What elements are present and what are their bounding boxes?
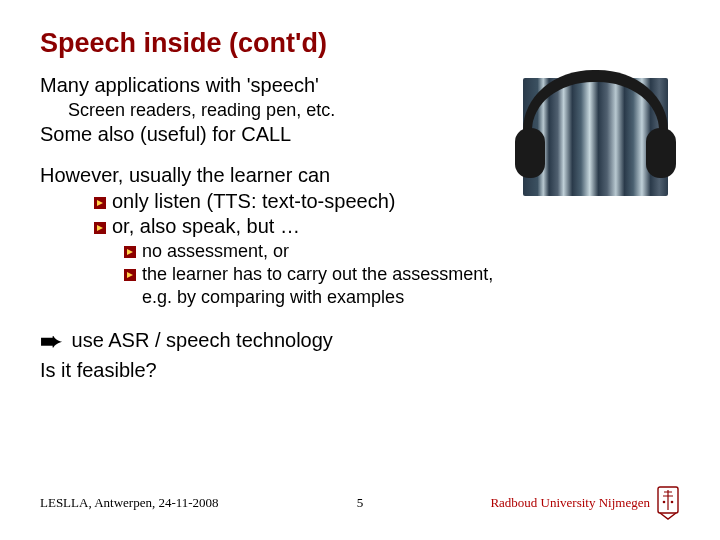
university-logo-icon (656, 486, 680, 520)
arrow-icon (94, 197, 106, 209)
footer-left: LESLLA, Antwerpen, 24-11-2008 (40, 495, 219, 511)
svg-point-5 (663, 501, 666, 504)
headphone-ear-right (646, 128, 676, 178)
arrow-icon (94, 222, 106, 234)
bullet-level1: or, also speak, but … (94, 214, 680, 240)
bullet-continuation: e.g. by comparing with examples (142, 286, 680, 309)
bullet-level2: no assessment, or (124, 240, 680, 263)
svg-point-6 (671, 501, 674, 504)
footer-affiliation: Radboud University Nijmegen (490, 495, 650, 511)
headphones-books-image (523, 78, 668, 196)
slide-title: Speech inside (cont'd) (40, 28, 680, 59)
headphone-band (523, 70, 668, 140)
conclusion-line: ➨ use ASR / speech technology (40, 325, 680, 358)
big-arrow-icon: ➨ (40, 325, 62, 358)
arrow-icon (124, 246, 136, 258)
footer-page-number: 5 (357, 495, 364, 511)
slide-footer: LESLLA, Antwerpen, 24-11-2008 5 Radboud … (0, 486, 720, 520)
conclusion-text: use ASR / speech technology (66, 329, 333, 351)
bullet-text: or, also speak, but … (112, 214, 300, 240)
bullet-text: no assessment, or (142, 240, 289, 263)
bullet-text: only listen (TTS: text-to-speech) (112, 189, 395, 215)
bullet-level2: the learner has to carry out the assessm… (124, 263, 680, 286)
arrow-icon (124, 269, 136, 281)
headphone-ear-left (515, 128, 545, 178)
body-line: Is it feasible? (40, 358, 680, 384)
footer-right: Radboud University Nijmegen (490, 486, 680, 520)
bullet-text: the learner has to carry out the assessm… (142, 263, 493, 286)
